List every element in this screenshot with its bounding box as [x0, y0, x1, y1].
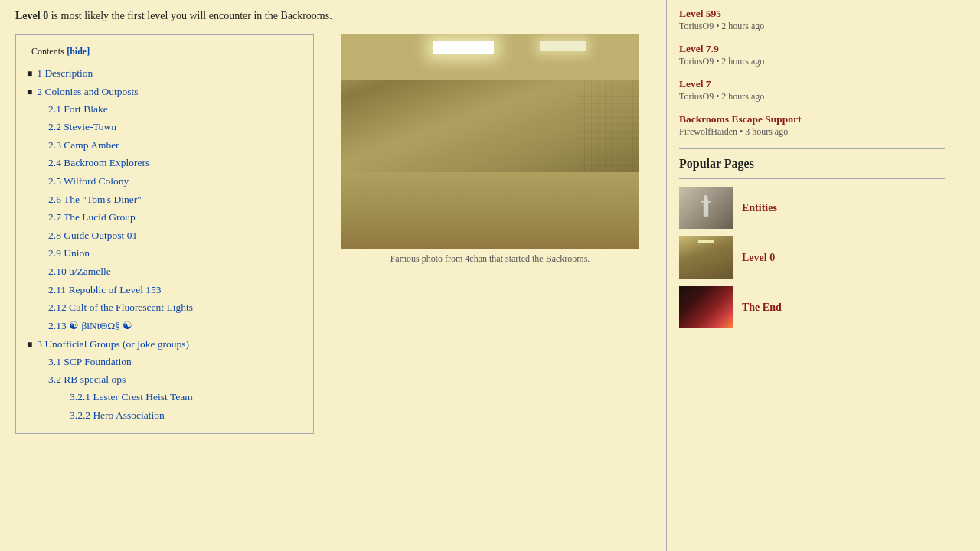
toc-link-3-2-1[interactable]: 3.2.1 Lester Crest Heist Team — [70, 391, 193, 403]
popular-page-the-end: The End — [679, 286, 945, 328]
list-item: 2.12 Cult of the Fluorescent Lights — [48, 298, 302, 317]
list-item: 2.6 The "Tom's Diner" — [48, 191, 302, 209]
toc-l1-label-3: 3 Unofficial Groups (or joke groups) — [37, 336, 189, 353]
backrooms-image — [341, 34, 639, 249]
sidebar-meta-level595: ToriusO9 • 2 hours ago — [679, 21, 945, 32]
light-2 — [540, 41, 586, 51]
sidebar-link-backrooms-escape[interactable]: Backrooms Escape Support — [679, 113, 802, 125]
popular-pages-title: Popular Pages — [679, 157, 945, 171]
floor — [341, 172, 639, 249]
toc-l1-label-2: 2 Colonies and Outposts — [37, 83, 138, 100]
toc-link-3-1[interactable]: 3.1 SCP Foundation — [48, 356, 132, 367]
main-content: Level 0 is most likely the first level y… — [0, 0, 666, 551]
toc-link-2-8[interactable]: 2.8 Guide Outpost 01 — [48, 230, 137, 241]
list-item: 3.1 SCP Foundation — [48, 353, 302, 371]
sidebar-link-level7[interactable]: Level 7 — [679, 78, 711, 90]
popular-link-the-end[interactable]: The End — [742, 302, 782, 314]
list-item: 3.2 RB special ops 3.2.1 Lester Crest He… — [48, 370, 302, 425]
toc-title: Contents — [31, 46, 64, 57]
intro-text: is most likely the first level you will … — [48, 10, 332, 21]
list-item: 2.4 Backroom Explorers — [48, 154, 302, 172]
toc-link-2-13[interactable]: 2.13 ☯ βiΝtΘΩ§ ☯ — [48, 320, 132, 331]
toc-link-2[interactable]: 2 Colonies and Outposts — [37, 86, 138, 97]
toc-link-3-2-2[interactable]: 3.2.2 Hero Association — [70, 409, 165, 421]
sidebar-item-level7: Level 7 ToriusO9 • 2 hours ago — [679, 78, 945, 106]
list-item: 2.8 Guide Outpost 01 — [48, 227, 302, 245]
toc-hide-link[interactable]: [hide] — [67, 46, 90, 57]
sidebar-meta-level79: ToriusO9 • 2 hours ago — [679, 56, 945, 67]
list-item: 2.7 The Lucid Group — [48, 208, 302, 227]
thumb-end — [679, 286, 733, 328]
toc-link-2-2[interactable]: 2.2 Stevie-Town — [48, 121, 116, 132]
toc-l2-list-3: 3.1 SCP Foundation 3.2 RB special ops 3.… — [27, 353, 302, 425]
list-item: 2.13 ☯ βiΝtΘΩ§ ☯ — [48, 317, 302, 335]
toc-bullet-2: ■ — [27, 85, 32, 99]
toc-l1-label: 1 Description — [37, 65, 93, 82]
toc-link-2-5[interactable]: 2.5 Wilford Colony — [48, 175, 129, 187]
toc-item-3: ■ 3 Unofficial Groups (or joke groups) 3… — [27, 335, 302, 425]
sidebar-item-level595: Level 595 ToriusO9 • 2 hours ago — [679, 8, 945, 35]
toc-link-3-2[interactable]: 3.2 RB special ops — [48, 373, 126, 385]
toc-bullet: ■ — [27, 67, 32, 81]
wall-pattern — [578, 80, 639, 172]
toc-list: ■ 1 Description ■ 2 Colonies and Outpost… — [27, 64, 302, 425]
toc-l3-list-3-2: 3.2.1 Lester Crest Heist Team 3.2.2 Hero… — [48, 388, 302, 424]
light-1 — [433, 41, 494, 54]
popular-link-entities[interactable]: Entities — [742, 202, 777, 214]
sidebar-link-level79[interactable]: Level 7.9 — [679, 43, 719, 54]
list-item: 2.10 u/Zamelle — [48, 262, 302, 281]
popular-link-level0[interactable]: Level 0 — [742, 252, 775, 264]
sidebar-divider — [679, 148, 945, 149]
list-item: 2.3 Camp Amber — [48, 136, 302, 155]
toc-l2-list-2: 2.1 Fort Blake 2.2 Stevie-Town 2.3 Camp … — [27, 100, 302, 335]
toc-link-2-6[interactable]: 2.6 The "Tom's Diner" — [48, 194, 142, 205]
toc-item-2: ■ 2 Colonies and Outposts 2.1 Fort Blake… — [27, 83, 302, 335]
toc-link-2-3[interactable]: 2.3 Camp Amber — [48, 139, 119, 151]
sidebar-meta-backrooms-escape: FirewolfHaiden • 3 hours ago — [679, 126, 945, 138]
list-item: 2.11 Republic of Level 153 — [48, 281, 302, 299]
sidebar-link-level595[interactable]: Level 595 — [679, 8, 721, 19]
thumb-level0 — [679, 236, 733, 279]
list-item: 2.9 Union — [48, 244, 302, 262]
toc-link-2-10[interactable]: 2.10 u/Zamelle — [48, 266, 111, 277]
list-item: 2.2 Stevie-Town — [48, 118, 302, 136]
popular-page-entities: Entities — [679, 187, 945, 229]
content-layout: Contents [hide] ■ 1 Description ■ — [15, 34, 651, 434]
toc-link-2-9[interactable]: 2.9 Union — [48, 247, 90, 259]
sidebar-divider-2 — [679, 178, 945, 179]
toc-header: Contents [hide] — [27, 43, 302, 60]
toc-bullet-3: ■ — [27, 337, 32, 352]
toc-link-2-1[interactable]: 2.1 Fort Blake — [48, 103, 108, 115]
toc-link-2-4[interactable]: 2.4 Backroom Explorers — [48, 157, 149, 168]
sidebar: Level 595 ToriusO9 • 2 hours ago Level 7… — [666, 0, 957, 551]
toc-link-1[interactable]: 1 Description — [37, 67, 93, 79]
toc-link-2-12[interactable]: 2.12 Cult of the Fluorescent Lights — [48, 302, 193, 313]
sidebar-meta-level7: ToriusO9 • 2 hours ago — [679, 91, 945, 103]
toc-link-2-7[interactable]: 2.7 The Lucid Group — [48, 211, 136, 223]
intro-paragraph: Level 0 is most likely the first level y… — [15, 8, 651, 24]
thumb-entities — [679, 187, 733, 229]
toc-link-3[interactable]: 3 Unofficial Groups (or joke groups) — [37, 338, 189, 350]
list-item: 2.1 Fort Blake — [48, 100, 302, 119]
list-item: 3.2.2 Hero Association — [70, 406, 302, 425]
list-item: 3.2.1 Lester Crest Heist Team — [70, 388, 302, 406]
toc-item-1: ■ 1 Description — [27, 64, 302, 83]
table-of-contents: Contents [hide] ■ 1 Description ■ — [15, 34, 314, 434]
intro-bold: Level 0 — [15, 10, 48, 21]
sidebar-item-backrooms-escape: Backrooms Escape Support FirewolfHaiden … — [679, 113, 945, 141]
toc-link-2-11[interactable]: 2.11 Republic of Level 153 — [48, 284, 162, 295]
sidebar-item-level79: Level 7.9 ToriusO9 • 2 hours ago — [679, 43, 945, 70]
list-item: 2.5 Wilford Colony — [48, 172, 302, 191]
popular-page-level0: Level 0 — [679, 236, 945, 279]
image-area: Famous photo from 4chan that started the… — [329, 34, 651, 434]
image-caption: Famous photo from 4chan that started the… — [341, 253, 639, 265]
